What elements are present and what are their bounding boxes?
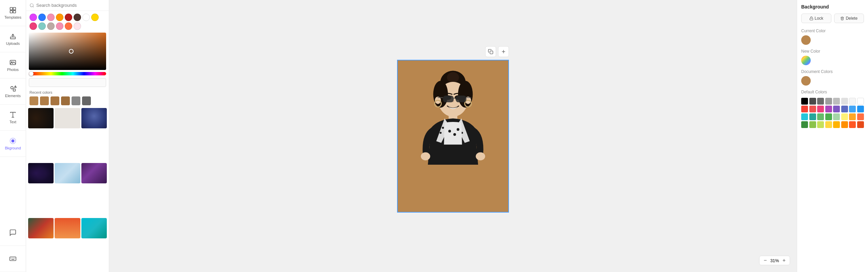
- default-swatch-23[interactable]: [849, 113, 856, 120]
- thumbnail-7[interactable]: [28, 218, 54, 238]
- thumbnail-9[interactable]: [81, 218, 107, 238]
- lock-button[interactable]: Lock: [801, 14, 831, 23]
- svg-rect-6: [10, 60, 16, 65]
- default-swatch-20[interactable]: [825, 113, 832, 120]
- default-swatch-15[interactable]: [849, 106, 856, 112]
- gradient-box: [29, 33, 106, 70]
- swatch-yellow[interactable]: [91, 14, 99, 21]
- default-swatch-27[interactable]: [817, 121, 824, 128]
- default-swatch-17[interactable]: [801, 113, 808, 120]
- sidebar-label-text: Text: [9, 120, 16, 124]
- thumbnail-1[interactable]: [28, 108, 54, 128]
- default-colors-label: Default Colors: [801, 90, 864, 94]
- new-color-dot[interactable]: [801, 56, 811, 65]
- recent-swatch-2[interactable]: [40, 96, 49, 105]
- default-swatch-18[interactable]: [809, 113, 816, 120]
- svg-rect-22: [490, 51, 493, 54]
- color-gradient-picker[interactable]: [29, 33, 106, 70]
- svg-rect-52: [810, 18, 813, 20]
- thumbnail-3[interactable]: [81, 108, 107, 128]
- canvas-area: − 31% +: [109, 0, 797, 272]
- delete-button[interactable]: Delete: [834, 14, 864, 23]
- default-swatch-14[interactable]: [841, 106, 848, 112]
- recent-swatch-1[interactable]: [29, 96, 38, 105]
- swatch-deeporange[interactable]: [65, 22, 72, 30]
- recent-swatch-5[interactable]: [72, 96, 80, 105]
- default-swatch-7[interactable]: [849, 98, 856, 105]
- hue-slider[interactable]: [29, 72, 106, 75]
- svg-point-51: [476, 152, 485, 160]
- thumbnail-8[interactable]: [55, 218, 80, 238]
- add-button[interactable]: [498, 46, 509, 57]
- swatch-blue[interactable]: [38, 14, 46, 21]
- default-swatch-3[interactable]: [817, 98, 824, 105]
- thumbnail-6[interactable]: [81, 163, 107, 183]
- canvas-frame: [397, 60, 509, 213]
- sidebar-item-comments[interactable]: [0, 220, 26, 246]
- default-swatch-16[interactable]: [857, 106, 864, 112]
- default-swatch-1[interactable]: [801, 98, 808, 105]
- sidebar-item-templates[interactable]: Templates: [0, 0, 26, 26]
- svg-point-27: [447, 72, 459, 83]
- sidebar-item-keyboard[interactable]: [0, 246, 26, 272]
- thumbnail-5[interactable]: [55, 163, 80, 183]
- default-swatch-4[interactable]: [825, 98, 832, 105]
- hex-input[interactable]: #A97F59: [29, 78, 106, 87]
- default-swatch-24[interactable]: [857, 113, 864, 120]
- document-color-dot[interactable]: [801, 76, 811, 86]
- default-swatch-8[interactable]: [857, 98, 864, 105]
- sidebar-item-uploads[interactable]: Uploads: [0, 26, 26, 52]
- swatch-teal[interactable]: [38, 22, 46, 30]
- svg-rect-9: [13, 89, 15, 91]
- default-swatch-12[interactable]: [825, 106, 832, 112]
- default-swatch-29[interactable]: [833, 121, 840, 128]
- zoom-plus-button[interactable]: +: [782, 257, 786, 264]
- svg-rect-3: [13, 11, 16, 13]
- default-swatch-6[interactable]: [841, 98, 848, 105]
- sidebar-item-text[interactable]: Text: [0, 105, 26, 131]
- swatch-lightpink[interactable]: [56, 22, 63, 30]
- current-color-dot[interactable]: [801, 35, 811, 45]
- default-swatch-21[interactable]: [833, 113, 840, 120]
- swatch-pink[interactable]: [47, 14, 55, 21]
- zoom-minus-button[interactable]: −: [763, 257, 767, 264]
- search-input[interactable]: [36, 3, 105, 8]
- thumbnail-2[interactable]: [55, 108, 80, 128]
- duplicate-button[interactable]: [485, 46, 496, 57]
- sidebar-item-background[interactable]: Bkground: [0, 131, 26, 157]
- default-swatch-9[interactable]: [801, 106, 808, 112]
- recent-swatch-4[interactable]: [61, 96, 70, 105]
- document-colors-label: Document Colors: [801, 69, 864, 74]
- swatch-blushpink[interactable]: [74, 22, 81, 30]
- sidebar-item-elements[interactable]: Elements: [0, 78, 26, 105]
- default-swatch-22[interactable]: [841, 113, 848, 120]
- swatch-rose[interactable]: [29, 22, 37, 30]
- swatch-orange[interactable]: [56, 14, 63, 21]
- svg-rect-2: [10, 11, 13, 13]
- swatch-purple[interactable]: [29, 14, 37, 21]
- right-panel-title: Background: [801, 4, 864, 10]
- default-swatch-26[interactable]: [809, 121, 816, 128]
- svg-point-13: [11, 139, 14, 142]
- default-swatch-31[interactable]: [849, 121, 856, 128]
- default-swatch-5[interactable]: [833, 98, 840, 105]
- swatch-red[interactable]: [65, 14, 72, 21]
- default-swatch-10[interactable]: [809, 106, 816, 112]
- thumbnail-4[interactable]: [28, 163, 54, 183]
- default-swatch-32[interactable]: [857, 121, 864, 128]
- default-swatch-13[interactable]: [833, 106, 840, 112]
- default-swatch-2[interactable]: [809, 98, 816, 105]
- sidebar-item-photos[interactable]: Photos: [0, 52, 26, 78]
- swatch-white[interactable]: [82, 14, 90, 21]
- default-swatch-30[interactable]: [841, 121, 848, 128]
- default-swatch-11[interactable]: [817, 106, 824, 112]
- default-swatch-28[interactable]: [825, 121, 832, 128]
- background-panel: #A97F59 Recent colors: [26, 0, 109, 272]
- default-swatch-25[interactable]: [801, 121, 808, 128]
- recent-swatch-6[interactable]: [82, 96, 91, 105]
- recent-swatch-3[interactable]: [51, 96, 59, 105]
- search-bar: [26, 0, 109, 11]
- swatch-brown[interactable]: [74, 14, 81, 21]
- default-swatch-19[interactable]: [817, 113, 824, 120]
- swatch-taupe[interactable]: [47, 22, 55, 30]
